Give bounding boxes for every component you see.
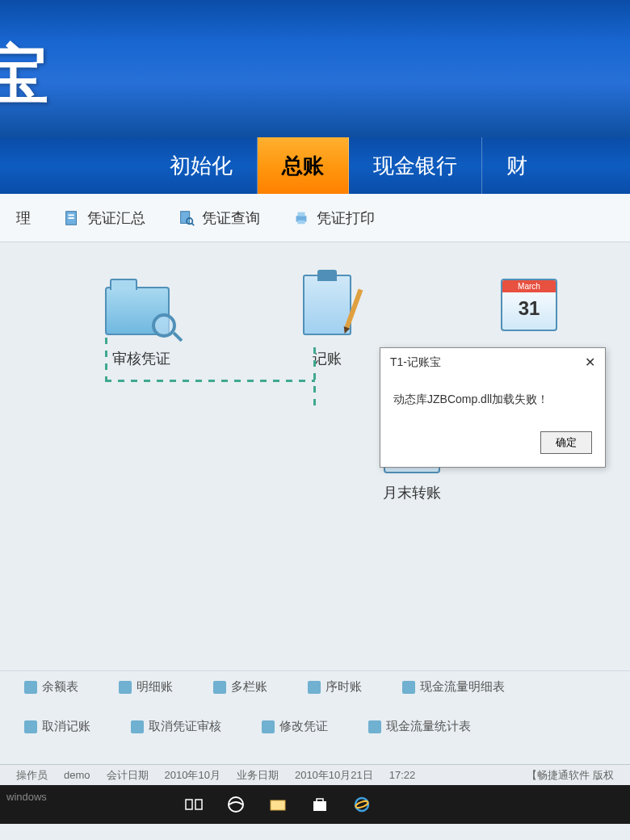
dialog-title-text: T1-记账宝 [390, 355, 441, 370]
svg-rect-13 [313, 801, 326, 811]
close-icon[interactable]: ✕ [585, 355, 595, 370]
report-icon [308, 681, 321, 694]
ie-icon[interactable] [346, 788, 378, 821]
link-cashflow-stats[interactable]: 现金流量统计表 [368, 719, 471, 734]
link-cancel-audit[interactable]: 取消凭证审核 [131, 719, 221, 734]
toolbar-manage[interactable]: 理 [16, 208, 31, 228]
link-multi-column[interactable]: 多栏账 [213, 679, 267, 695]
svg-rect-3 [181, 211, 190, 223]
link-journal[interactable]: 序时账 [308, 679, 362, 695]
workflow-post-account[interactable]: 记账 [291, 275, 363, 368]
report-icon [368, 720, 381, 733]
activation-watermark: windows [6, 791, 47, 803]
report-links: 余额表 明细账 多栏账 序时账 现金流量明细表 取消记账 取消凭证审核 修改凭证… [0, 670, 630, 742]
explorer-icon[interactable] [262, 788, 294, 821]
status-account-date: 2010年10月 [165, 768, 220, 783]
action-icon [262, 720, 275, 733]
svg-rect-1 [68, 214, 74, 216]
status-time: 17:22 [389, 769, 416, 781]
workflow-audit-voucher[interactable]: 审核凭证 [105, 275, 178, 368]
report-icon [119, 681, 132, 694]
store-icon[interactable] [304, 788, 336, 821]
nav-cash-bank[interactable]: 现金银行 [349, 137, 482, 194]
action-icon [131, 720, 144, 733]
print-icon [292, 209, 310, 227]
link-balance-sheet[interactable]: 余额表 [24, 679, 78, 695]
status-account-date-label: 会计日期 [107, 768, 149, 783]
app-header: 宝 [0, 0, 630, 137]
document-icon [63, 209, 81, 227]
toolbar-voucher-print[interactable]: 凭证打印 [292, 208, 375, 228]
status-operator: demo [64, 769, 90, 781]
ok-button[interactable]: 确定 [540, 431, 592, 454]
toolbar-voucher-query[interactable]: 凭证查询 [178, 208, 260, 228]
status-bar: 操作员 demo 会计日期 2010年10月 业务日期 2010年10月21日 … [0, 764, 630, 785]
nav-init[interactable]: 初始化 [145, 137, 258, 194]
report-icon [402, 681, 415, 694]
link-modify-voucher[interactable]: 修改凭证 [262, 719, 328, 734]
status-biz-date: 2010年10月21日 [295, 768, 373, 783]
edge-icon[interactable] [220, 788, 252, 821]
main-nav: 初始化 总账 现金银行 财 [0, 137, 630, 194]
flow-line [105, 380, 315, 382]
svg-rect-10 [195, 800, 202, 809]
status-biz-date-label: 业务日期 [237, 768, 279, 783]
folder-search-icon [105, 275, 178, 339]
windows-taskbar [0, 785, 630, 824]
workflow-calendar-right[interactable]: March 31 [493, 275, 565, 349]
svg-rect-2 [68, 217, 74, 219]
app-logo-text: 宝 [0, 32, 48, 120]
nav-finance[interactable]: 财 [482, 137, 552, 194]
clipboard-edit-icon [291, 275, 363, 339]
report-icon [213, 681, 226, 694]
svg-line-5 [191, 223, 194, 225]
link-detail-ledger[interactable]: 明细账 [119, 679, 173, 695]
status-operator-label: 操作员 [16, 768, 48, 783]
dialog-titlebar: T1-记账宝 ✕ [380, 348, 605, 376]
sub-toolbar: 理 凭证汇总 凭证查询 凭证打印 [0, 194, 630, 242]
link-cashflow-detail[interactable]: 现金流量明细表 [402, 679, 505, 695]
status-copyright: 【畅捷通软件 版权 [527, 768, 614, 783]
svg-rect-7 [297, 212, 304, 216]
nav-general-ledger[interactable]: 总账 [258, 137, 349, 194]
taskview-icon[interactable] [178, 788, 210, 821]
action-icon [24, 720, 37, 733]
calendar-icon: March 31 [493, 275, 565, 339]
toolbar-voucher-summary[interactable]: 凭证汇总 [63, 208, 145, 228]
report-icon [24, 681, 37, 694]
svg-rect-12 [271, 800, 285, 810]
search-document-icon [178, 209, 195, 227]
svg-rect-8 [297, 220, 304, 224]
flow-line [313, 347, 316, 412]
svg-rect-9 [186, 800, 192, 809]
dialog-message: 动态库JZBComp.dll加载失败！ [380, 376, 605, 423]
link-cancel-post[interactable]: 取消记账 [24, 719, 90, 734]
error-dialog: T1-记账宝 ✕ 动态库JZBComp.dll加载失败！ 确定 [380, 347, 606, 468]
